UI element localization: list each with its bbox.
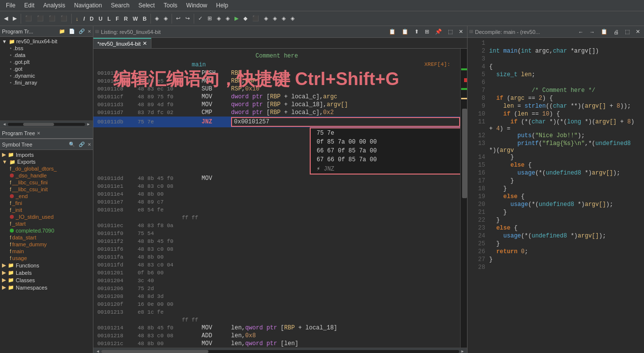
menu-help[interactable]: Help — [212, 1, 233, 10]
toolbar-d[interactable]: D — [88, 15, 96, 22]
toolbar-redo[interactable]: ↪ — [183, 15, 192, 22]
menu-analysis[interactable]: Analysis — [39, 1, 69, 10]
sym-libc-init[interactable]: f __libc_csu_init — [0, 186, 93, 193]
program-tree-close[interactable]: ✕ — [88, 28, 91, 34]
listing-scroll-right[interactable]: ▶ — [459, 348, 466, 353]
listing-tab-close[interactable]: ✕ — [143, 40, 147, 47]
listing-row-mov1[interactable]: 00101214 48 8b 45 f0 MOV len,qword ptr [… — [93, 324, 460, 332]
listing-row-22[interactable]: 0010120f 16 0e 00 00 — [93, 300, 460, 308]
sym-fini[interactable]: f _fini — [0, 200, 93, 206]
program-tree-scrollbar[interactable]: ◀ ▶ — [0, 120, 93, 127]
menu-edit[interactable]: Edit — [20, 1, 38, 10]
program-tree-tab-close[interactable]: ✕ — [37, 130, 40, 136]
toolbar-btn2[interactable]: ⬛ — [35, 15, 46, 22]
toolbar-more6[interactable]: ◈ — [271, 15, 279, 22]
toolbar-btn1[interactable]: ⬛ — [23, 15, 34, 22]
menu-navigation[interactable]: Navigation — [70, 1, 106, 10]
scroll-left-arrow[interactable]: ◀ — [1, 121, 8, 128]
toolbar-check[interactable]: ✓ — [196, 15, 205, 22]
toolbar-w[interactable]: W — [131, 15, 140, 22]
program-tree-icon1[interactable]: 📁 — [58, 28, 66, 35]
toolbar-undo[interactable]: ↩ — [174, 15, 182, 22]
tree-fini[interactable]: ▪ .fini_array — [0, 79, 93, 86]
sym-functions[interactable]: ▶ 📁 Functions — [0, 262, 93, 269]
sym-classes[interactable]: ▶ 📁 Classes — [0, 276, 93, 284]
listing-hscrollbar[interactable]: ◀ ▶ — [93, 348, 467, 353]
toolbar-u[interactable]: U — [97, 15, 105, 22]
listing-row-17[interactable]: 001011fd 48 83 c0 04 — [93, 261, 460, 269]
toolbar-b[interactable]: B — [141, 15, 148, 22]
program-tree-icon3[interactable]: 🔗 — [78, 28, 86, 35]
listing-close[interactable]: ✕ — [457, 28, 465, 35]
sym-main[interactable]: f main — [0, 248, 93, 255]
jnz-input-field[interactable] — [231, 117, 460, 127]
listing-row-13[interactable]: 001011f0 75 54 — [93, 230, 460, 237]
decompile-close[interactable]: ✕ — [634, 28, 642, 35]
toolbar-grid[interactable]: ⊞ — [205, 15, 214, 22]
listing-row-18[interactable]: 00101201 0f b6 00 — [93, 269, 460, 277]
sym-io-stdin[interactable]: _IO_stdin_used — [0, 213, 93, 220]
menu-select[interactable]: Select — [134, 1, 158, 10]
listing-row-12[interactable]: 001011ec 48 83 f8 0a — [93, 222, 460, 230]
decompile-content[interactable]: 1 2 int main(int argc,char *argv[]) 3 4 … — [468, 38, 644, 353]
jnz-option-jnz[interactable]: ⚡ JNZ — [311, 164, 460, 174]
jnz-option-1[interactable]: 0f 85 7a 00 00 00 — [311, 138, 460, 147]
sym-usage[interactable]: f usage — [0, 255, 93, 262]
symbol-tree-filter-icon[interactable]: 🔍 — [68, 141, 76, 148]
listing-row-21[interactable]: 00101208 48 8d 3d — [93, 293, 460, 300]
toolbar-run[interactable]: ▶ — [233, 15, 240, 22]
program-tree-tab[interactable]: Program Tree ✕ — [0, 127, 93, 138]
sym-data-start[interactable]: f data_start — [0, 234, 93, 241]
decompile-btn3[interactable]: 📋 — [599, 28, 610, 35]
tree-gotplt[interactable]: ▪ .got.plt — [0, 59, 93, 65]
tree-dynamic[interactable]: ▪ .dynamic — [0, 72, 93, 79]
menu-file[interactable]: File — [2, 1, 19, 10]
listing-btn1[interactable]: 📋 — [387, 28, 398, 35]
sym-do-global[interactable]: f _do_global_dtors_ — [0, 165, 93, 172]
menu-window[interactable]: Window — [182, 1, 211, 10]
scroll-right-arrow[interactable]: ▶ — [85, 121, 92, 128]
toolbar-f[interactable]: F — [114, 15, 121, 22]
decompile-btn1[interactable]: ← — [576, 29, 585, 35]
tree-data[interactable]: ▪ .data — [0, 52, 93, 59]
sym-exports[interactable]: ▼ 📁 Exports — [0, 158, 93, 165]
toolbar-btn3[interactable]: ⬛ — [47, 15, 58, 22]
toolbar-asm[interactable]: ↓ — [74, 15, 81, 22]
toolbar-r[interactable]: R — [122, 15, 130, 22]
listing-cursor-btn[interactable]: ⬆ — [412, 28, 421, 35]
tree-root[interactable]: ▼ 📁 rev50_linux64-bit — [0, 38, 93, 45]
sym-init[interactable]: f _init — [0, 206, 93, 213]
toolbar-stop[interactable]: ⬛ — [250, 15, 261, 22]
toolbar-more3[interactable]: ◈ — [215, 15, 223, 22]
sym-start[interactable]: f _start — [0, 220, 93, 227]
toolbar-i[interactable]: I — [82, 15, 87, 22]
decompile-btn2[interactable]: → — [587, 29, 597, 35]
listing-btn2[interactable]: 📋 — [400, 28, 410, 35]
jnz-option-0[interactable]: 75 7e — [311, 129, 460, 138]
sym-dso-handle[interactable]: _dso_handle — [0, 172, 93, 179]
symbol-tree-icon2[interactable]: 🔗 — [78, 141, 86, 148]
listing-scroll-left[interactable]: ◀ — [94, 348, 101, 353]
toolbar-more7[interactable]: ◈ — [280, 15, 288, 22]
listing-row-6[interactable]: 001011dd 48 8b 45 f0 MOV — [93, 175, 460, 182]
listing-row-0[interactable]: 001011c4 55 PUSH RBP — [93, 69, 460, 77]
jnz-option-3[interactable]: 67 66 0f 85 7a 00 — [311, 155, 460, 164]
toolbar-more4[interactable]: ◈ — [224, 15, 232, 22]
listing-row-3[interactable]: 001011cf 48 89 75 f0 MOV dword ptr [RBP … — [93, 93, 460, 101]
listing-row-14[interactable]: 001011f2 48 8b 45 f0 — [93, 237, 460, 245]
toolbar-diamond[interactable]: ◆ — [241, 15, 249, 22]
listing-row-10[interactable]: 001011e8 e8 54 fe — [93, 206, 460, 214]
sym-namespaces[interactable]: ▶ 📁 Namespaces — [0, 284, 93, 291]
toolbar-fwd[interactable]: ▶ — [11, 15, 19, 22]
listing-row-7[interactable]: 001011e1 48 83 c0 08 — [93, 182, 460, 190]
listing-btn3[interactable]: ⊞ — [423, 28, 431, 35]
sym-labels[interactable]: ▶ 📁 Labels — [0, 269, 93, 276]
toolbar-back[interactable]: ◀ — [2, 15, 10, 22]
listing-row-15[interactable]: 001011f6 48 83 c0 08 — [93, 245, 460, 253]
sym-frame-dummy[interactable]: f frame_dummy — [0, 241, 93, 248]
listing-row-9[interactable]: 001011e7 48 89 c7 — [93, 198, 460, 206]
listing-scroll[interactable]: 编辑汇编语句，快捷键 Ctrl+Shift+G Comment here mai… — [93, 49, 460, 348]
decompile-maximize[interactable]: ⬚ — [623, 28, 632, 35]
listing-row-2[interactable]: 001011c8 48 83 ec 10 SUB RSP,0x10 — [93, 85, 460, 93]
listing-maximize[interactable]: ⬚ — [446, 28, 455, 35]
